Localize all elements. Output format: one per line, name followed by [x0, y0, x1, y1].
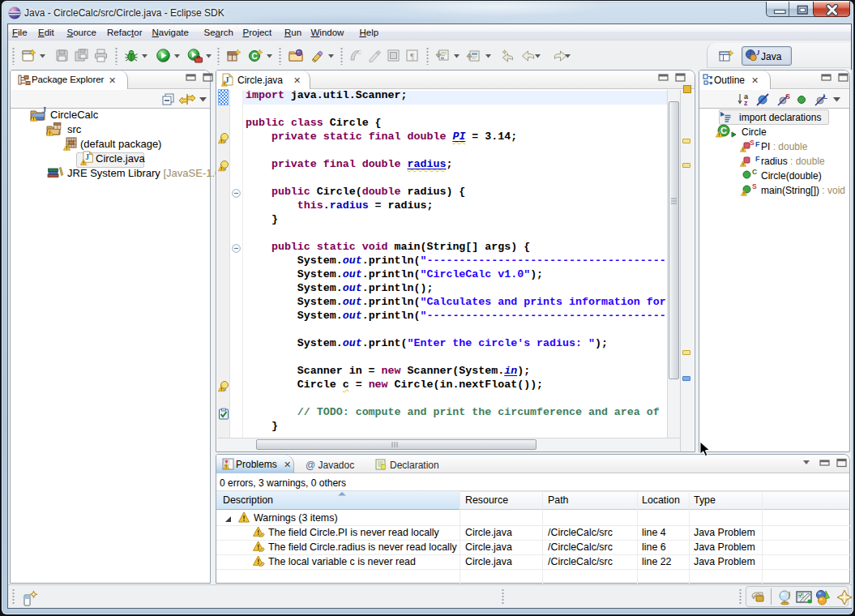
svg-text:C: C [357, 49, 361, 55]
svg-text:C: C [752, 168, 757, 176]
svg-text:S: S [752, 182, 757, 190]
svg-text:C: C [720, 126, 727, 135]
svg-text:C: C [251, 52, 257, 61]
svg-text:J: J [42, 107, 46, 114]
svg-text:F: F [755, 155, 760, 163]
svg-text:S: S [750, 139, 755, 147]
svg-text:J: J [755, 49, 759, 57]
svg-text:¶: ¶ [410, 52, 414, 61]
svg-text:F: F [755, 140, 760, 148]
svg-text:z: z [744, 99, 748, 107]
